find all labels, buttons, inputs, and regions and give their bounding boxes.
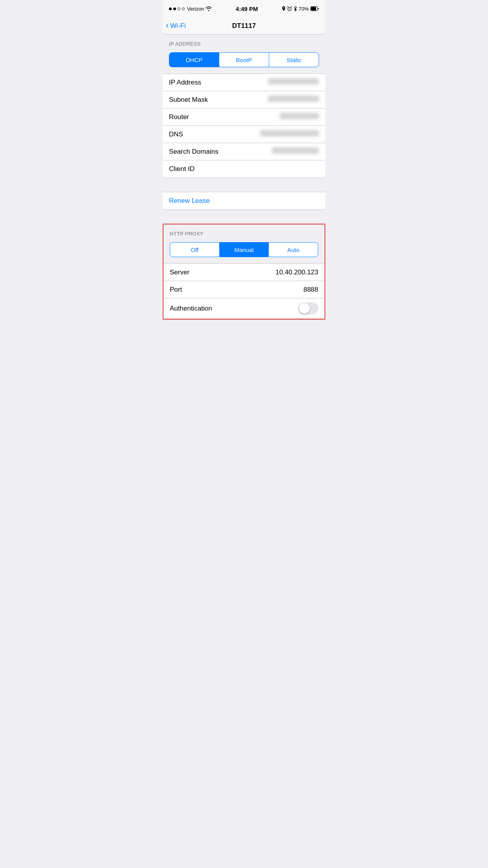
- alarm-icon: [287, 6, 292, 11]
- http-proxy-segmented-control[interactable]: Off Manual Auto: [170, 242, 318, 257]
- status-time: 4:49 PM: [236, 6, 258, 12]
- ip-address-row: IP Address: [163, 74, 325, 91]
- search-domains-label: Search Domains: [169, 148, 218, 156]
- port-value: 8888: [303, 286, 318, 294]
- status-right: 70%: [282, 6, 319, 12]
- port-label: Port: [170, 286, 182, 294]
- signal-dot-4: [182, 7, 185, 10]
- router-label: Router: [169, 113, 189, 121]
- ip-address-header: IP ADDRESS: [163, 35, 325, 49]
- proxy-off-tab[interactable]: Off: [170, 243, 219, 257]
- http-proxy-inner: HTTP PROXY Off Manual Auto Server 10.40.…: [163, 224, 325, 319]
- http-proxy-header: HTTP PROXY: [163, 224, 325, 239]
- server-value: 10.40.200.123: [275, 268, 318, 276]
- signal-dot-1: [169, 7, 172, 10]
- carrier-label: Verizon: [187, 6, 204, 12]
- back-button[interactable]: ‹ Wi-Fi: [166, 22, 186, 30]
- proxy-manual-tab[interactable]: Manual: [219, 243, 269, 257]
- back-label: Wi-Fi: [170, 22, 186, 30]
- ip-address-value: [268, 78, 319, 86]
- page-title: DT1117: [232, 22, 256, 30]
- router-blurred: [280, 113, 319, 119]
- signal-dot-3: [178, 7, 180, 10]
- port-row: Port 8888: [163, 281, 325, 298]
- dns-row: DNS: [163, 126, 325, 143]
- status-left: Verizon: [169, 6, 212, 12]
- bootp-tab[interactable]: BootP: [219, 53, 269, 67]
- location-icon: [282, 6, 286, 11]
- ip-details-table: IP Address Subnet Mask Router DNS Search…: [163, 74, 325, 178]
- search-domains-row: Search Domains: [163, 143, 325, 160]
- ip-method-segmented-control[interactable]: DHCP BootP Static: [169, 52, 319, 67]
- server-row: Server 10.40.200.123: [163, 264, 325, 281]
- renew-lease-row[interactable]: Renew Lease: [163, 192, 325, 210]
- status-bar: Verizon 4:49 PM 70%: [163, 0, 325, 17]
- battery-label: 70%: [299, 6, 309, 12]
- renew-lease-section: Renew Lease: [163, 192, 325, 210]
- svg-line-4: [291, 7, 292, 7]
- authentication-toggle[interactable]: [298, 302, 318, 314]
- spacer-2: [163, 210, 325, 224]
- router-row: Router: [163, 108, 325, 126]
- dns-blurred: [260, 130, 319, 136]
- svg-line-3: [287, 7, 288, 7]
- proxy-auto-tab[interactable]: Auto: [269, 243, 318, 257]
- http-proxy-section: HTTP PROXY Off Manual Auto Server 10.40.…: [163, 224, 325, 320]
- authentication-row: Authentication: [163, 298, 325, 318]
- subnet-mask-label: Subnet Mask: [169, 96, 208, 104]
- ip-address-section: IP ADDRESS DHCP BootP Static IP Address …: [163, 35, 325, 178]
- dns-value: [260, 130, 319, 138]
- bluetooth-icon: [294, 6, 297, 11]
- router-value: [280, 113, 319, 121]
- client-id-row: Client ID: [163, 160, 325, 178]
- static-tab[interactable]: Static: [269, 53, 319, 67]
- search-domains-value: [272, 147, 319, 156]
- toggle-knob: [299, 303, 310, 314]
- back-chevron-icon: ‹: [166, 21, 169, 30]
- battery-icon: [310, 6, 319, 11]
- subnet-mask-blurred: [268, 96, 319, 102]
- authentication-label: Authentication: [170, 305, 212, 313]
- server-label: Server: [170, 268, 189, 276]
- dns-label: DNS: [169, 131, 183, 138]
- search-domains-blurred: [272, 147, 319, 154]
- ip-address-label: IP Address: [169, 79, 201, 86]
- subnet-mask-value: [268, 96, 319, 104]
- http-proxy-table: Server 10.40.200.123 Port 8888 Authentic…: [163, 263, 325, 319]
- nav-bar: ‹ Wi-Fi DT1117: [163, 17, 325, 35]
- subnet-mask-row: Subnet Mask: [163, 91, 325, 108]
- svg-rect-6: [311, 7, 316, 11]
- ip-address-blurred: [268, 78, 319, 85]
- renew-lease-button[interactable]: Renew Lease: [169, 197, 210, 205]
- wifi-icon: [205, 6, 212, 11]
- signal-dot-2: [173, 7, 176, 10]
- dhcp-tab[interactable]: DHCP: [169, 53, 219, 67]
- spacer-1: [163, 178, 325, 192]
- client-id-label: Client ID: [169, 165, 194, 173]
